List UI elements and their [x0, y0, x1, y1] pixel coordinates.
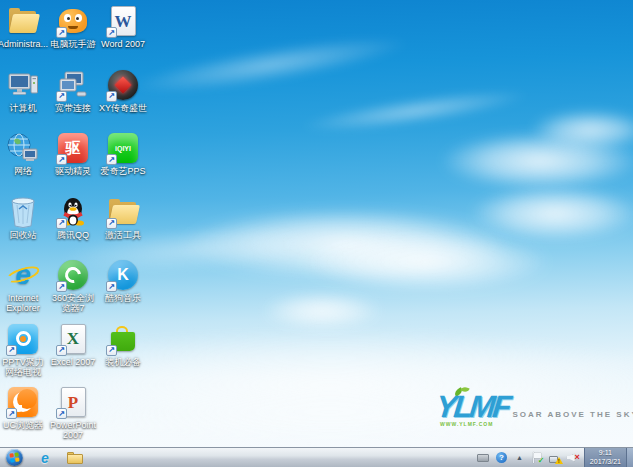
tencent-qq-icon: ↗: [56, 195, 90, 229]
internet-explorer-icon: e: [6, 258, 40, 292]
shortcut-arrow-icon: ↗: [56, 408, 67, 419]
xy-legend-game-icon: ↗: [106, 68, 140, 102]
volume-muted-icon[interactable]: ×: [567, 451, 580, 464]
icon-iqiyi-pps[interactable]: iQIYI ↗ 爱奇艺PPS: [98, 131, 148, 176]
shortcut-arrow-icon: ↗: [56, 218, 67, 229]
icon-software-essentials[interactable]: ↗ 装机必备: [98, 322, 148, 367]
icon-360-safe-browser[interactable]: ↗ 360安全浏览器7: [48, 258, 98, 314]
logo-tagline: SOAR ABOVE THE SKY: [512, 410, 633, 419]
activation-tools-icon: ↗: [106, 195, 140, 229]
windows-explorer-folder-icon[interactable]: [67, 452, 83, 464]
system-tray: ? ▲ ✓ ! ×: [473, 448, 584, 467]
shortcut-arrow-icon: ↗: [6, 345, 17, 356]
icon-label: 电脑玩手游: [51, 39, 96, 49]
shortcut-arrow-icon: ↗: [106, 345, 117, 356]
driver-genius-icon: 驱 ↗: [56, 131, 90, 165]
cloud: [470, 186, 633, 241]
icon-powerpoint-2007[interactable]: P ↗ PowerPoint 2007: [48, 385, 98, 441]
kugou-music-icon: K ↗: [106, 258, 140, 292]
icon-label: 酷狗音乐: [105, 293, 141, 303]
icon-internet-explorer[interactable]: e Internet Explorer: [0, 258, 48, 314]
shortcut-arrow-icon: ↗: [6, 408, 17, 419]
cloud: [299, 82, 530, 140]
cloud: [262, 292, 382, 330]
icon-label: 爱奇艺PPS: [100, 166, 145, 176]
icon-label: Word 2007: [101, 39, 145, 49]
icon-label: 宽带连接: [55, 103, 91, 113]
ylmf-logo: YLMF SOAR ABOVE THE SKY WWW.YLMF.COM: [436, 394, 626, 427]
shortcut-arrow-icon: ↗: [56, 27, 67, 38]
icon-uc-browser[interactable]: ↗ UC浏览器: [0, 385, 48, 430]
icon-label: PPTV聚力 网络电视: [0, 357, 48, 378]
icon-broadband-connection[interactable]: ↗ 宽带连接: [48, 68, 98, 113]
taskbar: e ? ▲ ✓ ! × 9:11 2017/3/21: [0, 447, 633, 467]
icon-label: 回收站: [10, 230, 37, 240]
network-icon: [6, 131, 40, 165]
internet-explorer-icon[interactable]: e: [41, 451, 49, 465]
icon-label: PowerPoint 2007: [48, 420, 98, 441]
cloud: [300, 232, 550, 292]
shortcut-arrow-icon: ↗: [56, 154, 67, 165]
pc-play-mobile-games-icon: ↗: [56, 4, 90, 38]
icon-administrator-folder[interactable]: Administra...: [0, 4, 48, 49]
icon-word-2007[interactable]: W ↗ Word 2007: [98, 4, 148, 49]
icon-network[interactable]: 网络: [0, 131, 48, 176]
pptv-icon: ↗: [6, 322, 40, 356]
icon-label: UC浏览器: [3, 420, 43, 430]
windows-flag-icon: [9, 452, 19, 462]
icon-label: Internet Explorer: [0, 293, 48, 314]
icon-pptv[interactable]: ↗ PPTV聚力 网络电视: [0, 322, 48, 378]
icon-pc-play-mobile-games[interactable]: ↗ 电脑玩手游: [48, 4, 98, 49]
shortcut-arrow-icon: ↗: [106, 154, 117, 165]
icon-label: 腾讯QQ: [57, 230, 89, 240]
show-desktop-button[interactable]: [626, 448, 633, 467]
icon-driver-genius[interactable]: 驱 ↗ 驱动精灵: [48, 131, 98, 176]
iqiyi-pps-icon: iQIYI ↗: [106, 131, 140, 165]
start-orb-icon[interactable]: [6, 449, 23, 466]
network-warning-icon[interactable]: !: [549, 451, 562, 464]
shortcut-arrow-icon: ↗: [106, 218, 117, 229]
help-icon[interactable]: ?: [495, 451, 508, 464]
taskbar-clock[interactable]: 9:11 2017/3/21: [584, 448, 626, 467]
icon-xy-legend-game[interactable]: ↗ XY传奇盛世: [98, 68, 148, 113]
desktop-screen: YLMF SOAR ABOVE THE SKY WWW.YLMF.COM Adm…: [0, 0, 633, 467]
icon-kugou-music[interactable]: K ↗ 酷狗音乐: [98, 258, 148, 303]
icon-label: 360安全浏览器7: [48, 293, 98, 314]
icon-tencent-qq[interactable]: ↗ 腾讯QQ: [48, 195, 98, 240]
action-center-flag-icon[interactable]: ✓: [531, 451, 544, 464]
icon-activation-tools[interactable]: ↗ 激活工具: [98, 195, 148, 240]
software-essentials-icon: ↗: [106, 322, 140, 356]
input-indicator-icon[interactable]: [477, 451, 490, 464]
icon-label: 驱动精灵: [55, 166, 91, 176]
word-2007-icon: W ↗: [106, 4, 140, 38]
shortcut-arrow-icon: ↗: [106, 27, 117, 38]
clock-date: 2017/3/21: [590, 458, 621, 467]
icon-label: 激活工具: [105, 230, 141, 240]
icon-recycle-bin[interactable]: 回收站: [0, 195, 48, 240]
clock-time: 9:11: [590, 449, 621, 458]
uc-browser-icon: ↗: [6, 385, 40, 419]
computer-icon: [6, 68, 40, 102]
icon-label: 网络: [14, 166, 32, 176]
powerpoint-2007-icon: P ↗: [56, 385, 90, 419]
shortcut-arrow-icon: ↗: [56, 345, 67, 356]
shortcut-arrow-icon: ↗: [56, 281, 67, 292]
shortcut-arrow-icon: ↗: [106, 91, 117, 102]
icon-label: Excel 2007: [51, 357, 96, 367]
show-hidden-icons-arrow[interactable]: ▲: [513, 451, 526, 464]
icon-excel-2007[interactable]: X ↗ Excel 2007: [48, 322, 98, 367]
icon-computer[interactable]: 计算机: [0, 68, 48, 113]
administrator-folder-icon: [6, 4, 40, 38]
cloud: [129, 26, 411, 103]
excel-2007-icon: X ↗: [56, 322, 90, 356]
desktop-wallpaper[interactable]: YLMF SOAR ABOVE THE SKY WWW.YLMF.COM Adm…: [0, 0, 633, 447]
shortcut-arrow-icon: ↗: [106, 281, 117, 292]
recycle-bin-icon: [6, 195, 40, 229]
logo-text: YLMF: [435, 394, 510, 420]
shortcut-arrow-icon: ↗: [56, 91, 67, 102]
broadband-connection-icon: ↗: [56, 68, 90, 102]
icon-label: Administra...: [0, 39, 48, 49]
icon-label: XY传奇盛世: [99, 103, 147, 113]
taskbar-left: e: [0, 449, 473, 466]
icon-label: 装机必备: [105, 357, 141, 367]
